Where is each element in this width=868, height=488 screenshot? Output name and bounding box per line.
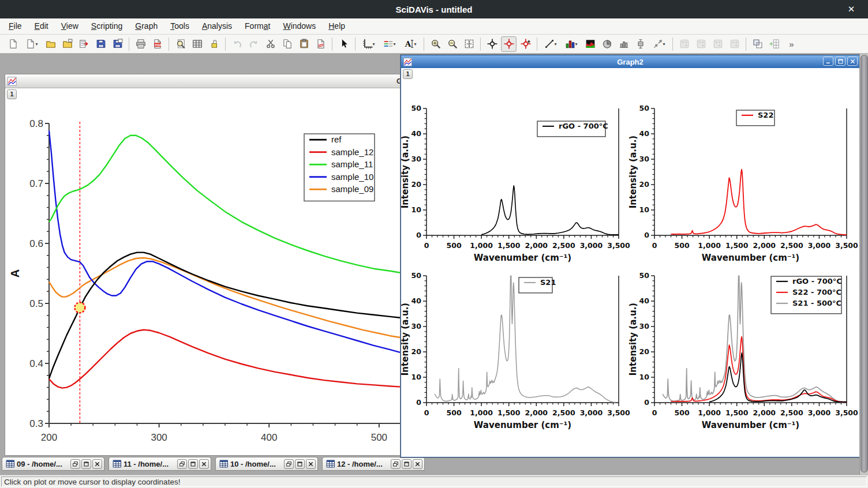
zoom-out-button[interactable]: [444, 36, 460, 52]
chart-raman_combined[interactable]: 05001,0001,5002,0002,5003,0003,500010203…: [629, 258, 858, 431]
rescale-to-show-all-button[interactable]: [461, 36, 477, 52]
svg-text:Wavenumber (cm⁻¹): Wavenumber (cm⁻¹): [474, 420, 571, 430]
tab-restore-button[interactable]: [70, 459, 80, 469]
table-icon: [326, 459, 335, 468]
svg-text:2,500: 2,500: [780, 408, 803, 417]
add-layer-button[interactable]: ▾: [359, 36, 379, 52]
menu-edit[interactable]: Edit: [28, 18, 55, 34]
menu-help[interactable]: Help: [322, 18, 351, 34]
svg-text:sample_10: sample_10: [331, 172, 373, 182]
menu-format[interactable]: Format: [238, 18, 276, 34]
toolbar-separator: [537, 37, 537, 51]
plot-3d-bars-button[interactable]: [616, 36, 631, 52]
menu-graph[interactable]: Graph: [129, 18, 164, 34]
minimized-window-tab-11[interactable]: 11 - /home/...: [108, 457, 211, 471]
scrollbar-thumb[interactable]: [860, 55, 868, 472]
menu-scripting[interactable]: Scripting: [85, 18, 129, 34]
tab-maximize-button[interactable]: [402, 459, 411, 469]
draw-line-button[interactable]: ▾: [541, 36, 560, 52]
svg-text:Wavenumber (cm⁻¹): Wavenumber (cm⁻¹): [702, 420, 799, 430]
graph2-window[interactable]: Graph2 1 05001,0001,5002,0002,5003,0003,…: [401, 55, 860, 457]
menu-windows[interactable]: Windows: [276, 18, 322, 34]
svg-text:500: 500: [675, 241, 690, 250]
svg-text:2,500: 2,500: [552, 241, 575, 250]
tab-close-button[interactable]: [413, 459, 422, 469]
menu-tools[interactable]: Tools: [164, 18, 196, 34]
graph2-minimize-button[interactable]: [823, 57, 833, 66]
graph2-canvas[interactable]: 1 05001,0001,5002,0002,5003,0003,5000102…: [401, 68, 859, 457]
print-button[interactable]: [133, 36, 148, 52]
menu-view[interactable]: View: [55, 18, 85, 34]
svg-text:50: 50: [411, 104, 422, 112]
clear-button[interactable]: [313, 36, 328, 52]
plot-pie-button[interactable]: [599, 36, 615, 52]
tab-maximize-button[interactable]: [188, 459, 198, 469]
zoom-in-button[interactable]: [428, 36, 443, 52]
new-window-menu-button[interactable]: ▾: [22, 36, 42, 52]
open-template-button[interactable]: [59, 36, 75, 52]
tab-restore-button[interactable]: [177, 459, 187, 469]
lock-toolbars-button[interactable]: [206, 36, 222, 52]
add-text-button[interactable]: A▾: [401, 36, 420, 52]
arrange-layers-button[interactable]: [750, 36, 765, 52]
save-template-button[interactable]: [110, 36, 125, 52]
select-data-range-button[interactable]: [518, 36, 533, 52]
menu-file[interactable]: File: [2, 18, 28, 34]
new-project-button[interactable]: [5, 36, 21, 52]
menu-analysis[interactable]: Analysis: [196, 18, 238, 34]
svg-text:2,500: 2,500: [552, 408, 575, 417]
screen-reader-button[interactable]: [484, 36, 500, 52]
tab-close-button[interactable]: [306, 459, 316, 469]
plot-vectors-button[interactable]: ▾: [649, 36, 669, 52]
cut-button[interactable]: [263, 36, 278, 52]
export-pdf-button[interactable]: PDF: [149, 36, 165, 52]
svg-text:3,500: 3,500: [835, 408, 858, 417]
graph2-layer-button[interactable]: 1: [403, 69, 413, 79]
graph2-close-button[interactable]: [847, 57, 858, 66]
data-reader-button[interactable]: [501, 36, 517, 52]
svg-text:10: 10: [411, 373, 422, 381]
project-explorer-button[interactable]: [189, 36, 205, 52]
open-project-button[interactable]: [43, 36, 58, 52]
chart-raman_rgo[interactable]: 05001,0001,5002,0002,5003,0003,500010203…: [401, 91, 629, 264]
svg-text:A: A: [9, 269, 21, 277]
toolbar-overflow[interactable]: »: [783, 36, 799, 52]
chart-raman_s22[interactable]: 05001,0001,5002,0002,5003,0003,500010203…: [629, 91, 858, 264]
plot-bars-button[interactable]: ▾: [562, 36, 581, 52]
pointer-button[interactable]: [336, 36, 351, 52]
tab-close-button[interactable]: [92, 459, 102, 469]
svg-text:2,500: 2,500: [780, 241, 803, 250]
svg-text:200: 200: [41, 432, 57, 443]
paste-button[interactable]: [296, 36, 312, 52]
import-ascii-button[interactable]: [76, 36, 92, 52]
graph1-layer-button[interactable]: 1: [7, 89, 17, 99]
minimized-window-tab-09[interactable]: 09 - /home/...: [2, 457, 104, 471]
tab-maximize-button[interactable]: [295, 459, 305, 469]
chart-raman_s21[interactable]: 05001,0001,5002,0002,5003,0003,500010203…: [401, 258, 629, 431]
app-close-button[interactable]: ✕: [843, 0, 860, 18]
plot-box-button[interactable]: [633, 36, 648, 52]
find-window-button[interactable]: [173, 36, 188, 52]
svg-text:3,500: 3,500: [607, 408, 630, 417]
plot-colormap-button[interactable]: [582, 36, 598, 52]
add-legend-button[interactable]: ▾: [380, 36, 399, 52]
minimized-window-tab-10[interactable]: 10 - /home/...: [215, 457, 318, 471]
tab-close-button[interactable]: [199, 459, 209, 469]
svg-text:1,500: 1,500: [497, 408, 521, 417]
tab-maximize-button[interactable]: [81, 459, 91, 469]
svg-text:sample_09: sample_09: [331, 184, 373, 194]
table-tool-3-button: [710, 36, 725, 52]
chart-uvvis[interactable]: 2003004005000.30.40.50.60.70.8Arefsample…: [5, 88, 422, 455]
workspace-vertical-scrollbar[interactable]: [859, 54, 868, 475]
toolbar-separator: [129, 37, 129, 51]
minimized-window-tab-12[interactable]: 12 - /home/...: [322, 457, 425, 471]
copy-button[interactable]: [279, 36, 295, 52]
save-project-button[interactable]: [93, 36, 108, 52]
tab-restore-button[interactable]: [284, 459, 294, 469]
chart-legend: rGO - 700°CS22 - 700°CS21 - 500°C: [771, 276, 842, 314]
svg-text:0: 0: [416, 398, 421, 407]
graph2-titlebar[interactable]: Graph2: [401, 55, 859, 68]
graph2-maximize-button[interactable]: [835, 57, 845, 66]
tab-restore-button[interactable]: [391, 459, 401, 469]
svg-text:rGO - 700°C: rGO - 700°C: [559, 122, 608, 130]
